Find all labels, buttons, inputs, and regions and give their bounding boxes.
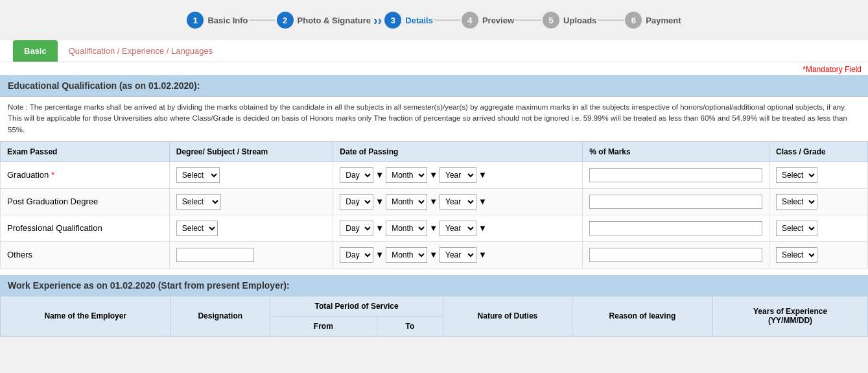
tab-bar: Basic Qualification / Experience / Langu… [0, 40, 868, 62]
work-section-header: Work Experience as on 01.02.2020 (Start … [0, 275, 868, 296]
degree-graduation: Select B.Tech B.Sc B.Com BA [169, 162, 333, 188]
postgrad-marks-input[interactable] [589, 195, 762, 209]
work-col-to: To [377, 316, 443, 336]
row-others: Others Day01 ▼ MonthJan ▼ [1, 241, 868, 268]
date-professional: Day01 ▼ MonthJan ▼ Year2020 ▼ [333, 215, 583, 241]
step-1-label: Basic Info [207, 16, 248, 25]
degree-others [169, 241, 333, 268]
edu-section-header: Educational Qualification (as on 01.02.2… [0, 75, 868, 97]
professional-month-select[interactable]: MonthJan [386, 221, 427, 236]
degree-professional: SelectCAICWA [169, 215, 333, 241]
col-date: Date of Passing [333, 141, 583, 162]
work-col-designation: Designation [170, 296, 270, 336]
grade-postgrad: SelectA [769, 188, 868, 215]
postgrad-grade-select[interactable]: SelectA [776, 194, 817, 210]
work-col-nature: Nature of Duties [443, 296, 572, 336]
professional-day-select[interactable]: Day01 [340, 221, 373, 236]
degree-postgrad: SelectM.TechMBA [169, 188, 333, 215]
main-content: *Mandatory Field Educational Qualificati… [0, 62, 868, 337]
connector-3-4 [434, 19, 460, 21]
marks-graduation [583, 162, 769, 188]
exam-postgrad: Post Graduation Degree [1, 188, 170, 215]
work-col-reason: Reason of leaving [572, 296, 712, 336]
professional-grade-select[interactable]: SelectA [776, 221, 817, 236]
col-degree: Degree/ Subject / Stream [169, 141, 333, 162]
connector-1-2 [250, 19, 276, 21]
exam-professional: Professional Qualification [1, 215, 170, 241]
col-marks: % of Marks [583, 141, 769, 162]
edu-note: Note : The percentage marks shall be arr… [0, 97, 868, 141]
step-5-label: Uploads [563, 16, 596, 25]
others-day-select[interactable]: Day01 [340, 247, 373, 263]
grade-professional: SelectA [769, 215, 868, 241]
step-4-label: Preview [482, 16, 514, 25]
step-1: 1 Basic Info [187, 12, 248, 29]
tab-basic[interactable]: Basic [13, 40, 58, 62]
row-professional: Professional Qualification SelectCAICWA … [1, 215, 868, 241]
graduation-year-select[interactable]: Year20202019 [440, 167, 476, 183]
col-grade: Class / Grade [769, 141, 868, 162]
date-postgrad: Day01 ▼ MonthJan ▼ Year2020 ▼ [333, 188, 583, 215]
marks-professional [583, 215, 769, 241]
others-month-select[interactable]: MonthJan [386, 247, 427, 263]
step-5-circle: 5 [543, 12, 559, 29]
step-2-label: Photo & Signature [298, 16, 371, 25]
postgrad-degree-select[interactable]: SelectM.TechMBA [176, 194, 221, 210]
professional-marks-input[interactable] [589, 221, 762, 235]
others-marks-input[interactable] [589, 248, 762, 262]
graduation-month-select[interactable]: MonthJanFeb [386, 167, 427, 183]
step-3-label: Details [405, 16, 433, 25]
step-3: 3 Details [384, 12, 433, 29]
date-graduation: Day0102 ▼ MonthJanFeb ▼ Year20202019 ▼ [333, 162, 583, 188]
connector-2-3: ›› [373, 13, 382, 28]
mandatory-note: *Mandatory Field [0, 62, 868, 75]
graduation-marks-input[interactable] [589, 168, 762, 182]
work-col-from: From [270, 316, 377, 336]
work-col-employer: Name of the Employer [1, 296, 171, 336]
marks-others [583, 241, 769, 268]
progress-bar: 1 Basic Info 2 Photo & Signature ›› 3 De… [0, 0, 868, 40]
step-4: 4 Preview [462, 12, 514, 29]
grade-others: SelectA [769, 241, 868, 268]
connector-4-5 [515, 19, 541, 21]
step-4-circle: 4 [462, 12, 478, 29]
step-6-label: Payment [646, 16, 681, 25]
postgrad-year-select[interactable]: Year2020 [440, 194, 476, 210]
exam-others: Others [1, 241, 170, 268]
others-year-select[interactable]: Year2020 [440, 247, 476, 263]
professional-year-select[interactable]: Year2020 [440, 221, 476, 236]
postgrad-day-select[interactable]: Day01 [340, 194, 373, 210]
postgrad-month-select[interactable]: MonthJan [386, 194, 427, 210]
others-grade-select[interactable]: SelectA [776, 247, 817, 263]
step-2-circle: 2 [277, 12, 294, 29]
work-col-total-period: Total Period of Service [270, 296, 443, 316]
qualification-table: Exam Passed Degree/ Subject / Stream Dat… [0, 141, 868, 269]
step-3-circle: 3 [384, 12, 401, 29]
col-exam-passed: Exam Passed [1, 141, 170, 162]
grade-graduation: SelectAB [769, 162, 868, 188]
exam-graduation: Graduation * [1, 162, 170, 188]
degree-graduation-select[interactable]: Select B.Tech B.Sc B.Com BA [176, 167, 220, 183]
others-degree-input[interactable] [176, 248, 254, 262]
row-graduation: Graduation * Select B.Tech B.Sc B.Com BA… [1, 162, 868, 188]
work-table: Name of the Employer Designation Total P… [0, 296, 868, 337]
step-5: 5 Uploads [543, 12, 596, 29]
marks-postgrad [583, 188, 769, 215]
step-6-circle: 6 [625, 12, 642, 29]
graduation-grade-select[interactable]: SelectAB [776, 167, 817, 183]
professional-degree-select[interactable]: SelectCAICWA [176, 221, 218, 236]
row-post-graduation: Post Graduation Degree SelectM.TechMBA D… [1, 188, 868, 215]
step-2: 2 Photo & Signature [277, 12, 371, 29]
step-1-circle: 1 [187, 12, 204, 29]
graduation-day-select[interactable]: Day0102 [340, 167, 373, 183]
step-6: 6 Payment [625, 12, 681, 29]
connector-5-6 [598, 19, 624, 21]
work-col-years: Years of Experience(YY/MM/DD) [713, 296, 868, 336]
tab-qualification[interactable]: Qualification / Experience / Languages [58, 40, 224, 62]
date-others: Day01 ▼ MonthJan ▼ Year2020 ▼ [333, 241, 583, 268]
